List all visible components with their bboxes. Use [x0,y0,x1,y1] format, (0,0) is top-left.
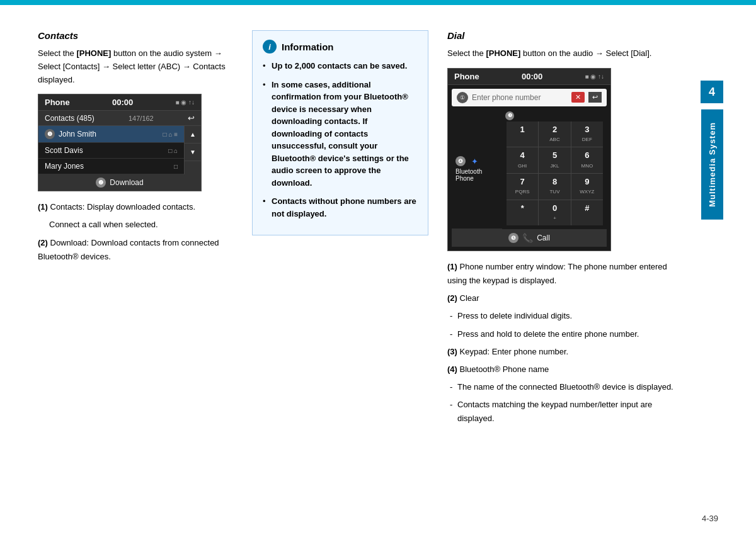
contacts-phone-ui: Phone 00:00 ■ ◉ ↑↓ Contacts (485) 147/16… [38,94,202,191]
dial-header: Phone 00:00 ■ ◉ ↑↓ [448,69,610,85]
dial-keypad-grid: ❸ 1 2ABC 3DEF 4GHI 5JKL 6MNO 7PQRS 8TUV … [503,110,607,229]
chapter-label: Multimedia System [701,110,723,220]
call-badge: ❺ [508,233,518,243]
dial-note-4: (4) Bluetooth® Phone name [447,363,687,376]
contacts-bar-count: 147/162 [129,115,154,122]
contact-icons-john: □ ⌂ ≡ [163,131,178,138]
dial-note-2-sub1: Press to delete individual digits. [447,309,687,323]
keypad-badge: ❸ [505,111,514,120]
top-bar [0,0,756,5]
download-badge: ❷ [96,178,106,188]
dial-ui-time: 00:00 [522,72,542,81]
contacts-rows-wrapper: ❶ John Smith □ ⌂ ≡ Scott Davis □ ⌂ Mary … [38,126,201,174]
contacts-body: Select the [PHONE] button on the audio s… [38,47,233,86]
dial-note-4-sub2: Contacts matching the keypad number/lett… [447,398,687,426]
download-bar[interactable]: ❷ Download [38,174,201,191]
dial-input-badge: ① [457,92,468,103]
note-contacts-1: (1) Contacts: Display downloaded contact… [38,200,233,214]
contacts-title: Contacts [38,30,233,41]
key-star[interactable]: * [507,200,538,226]
dial-keypad-area: ❹ ✦ Bluetooth Phone ❸ 1 2ABC 3DEF [452,110,607,229]
information-section: i Information Up to 2,000 contacts can b… [252,30,447,517]
contact-num-1: ❶ [45,129,55,139]
contacts-section: Contacts Select the [PHONE] button on th… [38,30,252,517]
dial-clear-button[interactable]: ✕ [571,92,585,103]
keypad-badge-row: ❸ [503,110,607,121]
key-0[interactable]: 0+ [539,200,570,226]
scroll-buttons: ▲ ▼ [184,126,201,174]
phone-header: Phone 00:00 ■ ◉ ↑↓ [38,94,201,111]
key-7[interactable]: 7PQRS [507,174,538,200]
dial-section: Dial Select the [PHONE] button on the au… [447,30,699,517]
contacts-back-arrow: ↩ [188,113,195,123]
key-3[interactable]: 3DEF [571,121,603,147]
info-box: i Information Up to 2,000 contacts can b… [252,30,428,235]
dial-note-3: (3) Keypad: Enter phone number. [447,345,687,359]
scroll-down-btn[interactable]: ▼ [185,144,201,161]
key-6[interactable]: 6MNO [571,147,603,173]
dial-left-area: ❹ ✦ Bluetooth Phone [452,110,502,229]
sidebar-tab: 4 Multimedia System [699,30,724,517]
bluetooth-icon: ✦ [471,157,478,166]
page-number: 4-39 [702,514,718,523]
note-contacts-2: (2) Download: Download contacts from con… [38,236,233,264]
scroll-up-btn[interactable]: ▲ [185,126,201,144]
bt-badge: ❹ [455,156,466,166]
key-2[interactable]: 2ABC [539,121,570,147]
contact-name-scott: Scott Davis [45,146,83,155]
contacts-list: ❶ John Smith □ ⌂ ≡ Scott Davis □ ⌂ Mary … [38,126,184,174]
info-box-title: i Information [263,40,418,54]
contacts-bar: Contacts (485) 147/162 ↩ [38,111,201,126]
dial-input-placeholder[interactable]: Enter phone number [472,93,568,102]
phone-ui-time: 00:00 [112,98,133,107]
bluetooth-name: Bluetooth Phone [455,168,498,182]
key-5[interactable]: 5JKL [539,147,570,173]
dial-ui-title: Phone [454,72,479,81]
dial-note-1: (1) Phone number entry window: The phone… [447,260,687,288]
contact-row-john[interactable]: ❶ John Smith □ ⌂ ≡ [38,126,184,143]
info-icon: i [263,40,277,54]
key-8[interactable]: 8TUV [539,174,570,200]
dial-phone-ui: Phone 00:00 ■ ◉ ↑↓ ① Enter phone number … [447,68,611,251]
dial-input-row: ① Enter phone number ✕ ↩ [452,89,607,106]
dial-ui-icons: ■ ◉ ↑↓ [585,73,604,80]
contact-icons-mary: □ [174,163,178,170]
call-row[interactable]: ❺ 📞 Call [452,229,607,247]
bluetooth-row: ❹ ✦ Bluetooth Phone [452,110,502,229]
info-title-text: Information [282,42,334,52]
contact-name-john: ❶ John Smith [45,129,96,139]
phone-ui-icons: ■ ◉ ↑↓ [175,99,195,106]
info-list: Up to 2,000 contacts can be saved. In so… [263,60,418,220]
dial-note-2-sub2: Press and hold to delete the entire phon… [447,327,687,341]
info-item-3: Contacts without phone numbers are not d… [263,195,418,220]
dial-title: Dial [447,30,687,41]
dial-notes: (1) Phone number entry window: The phone… [447,260,687,426]
dial-keypad: 1 2ABC 3DEF 4GHI 5JKL 6MNO 7PQRS 8TUV 9W… [507,121,603,225]
key-4[interactable]: 4GHI [507,147,538,173]
info-item-1: Up to 2,000 contacts can be saved. [263,60,418,72]
dial-back-button[interactable]: ↩ [588,92,602,103]
download-label: Download [110,178,143,187]
dial-note-2: (2) Clear [447,291,687,305]
chapter-number: 4 [701,81,723,103]
phone-ui-title: Phone [45,98,70,107]
key-hash[interactable]: # [571,200,603,226]
contacts-notes: (1) Contacts: Display downloaded contact… [38,200,233,263]
dial-note-4-sub1: The name of the connected Bluetooth® dev… [447,380,687,394]
note-contacts-1-sub: Connect a call when selected. [38,218,233,232]
contact-name-mary: Mary Jones [45,162,84,171]
key-9[interactable]: 9WXYZ [571,174,603,200]
contact-icons-scott: □ ⌂ [168,147,178,154]
contact-row-mary[interactable]: Mary Jones □ [38,159,184,174]
call-icon: 📞 [522,233,533,243]
contacts-bar-label: Contacts (485) [45,114,94,123]
bluetooth-label-row: ❹ ✦ [455,156,482,166]
call-label: Call [537,234,550,242]
info-item-2: In some cases, additional confirmation f… [263,79,418,189]
key-1[interactable]: 1 [507,121,538,147]
dial-body: Select the [PHONE] button on the audio →… [447,47,687,60]
contact-row-scott[interactable]: Scott Davis □ ⌂ [38,143,184,159]
